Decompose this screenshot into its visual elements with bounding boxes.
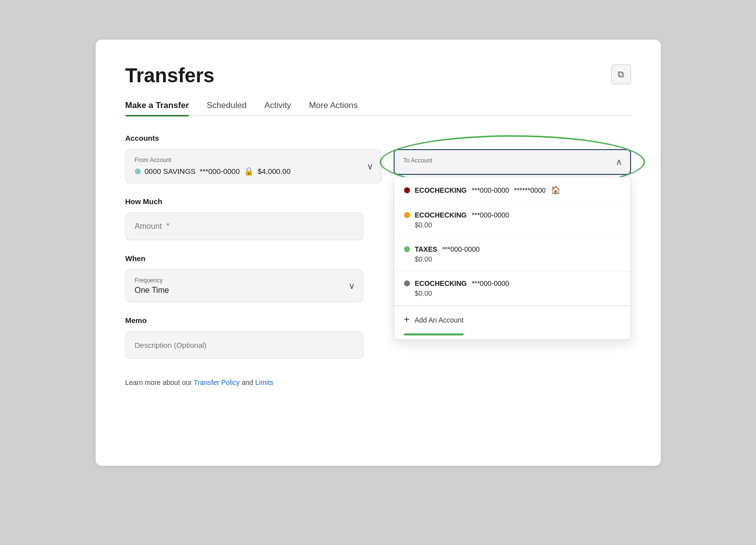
dropdown-item-3-name: TAXES bbox=[415, 245, 438, 253]
dropdown-item-2-name: ECOCHECKING bbox=[415, 211, 467, 219]
dropdown-item-3[interactable]: TAXES ***000-0000 $0.00 bbox=[394, 237, 631, 272]
copy-icon: ⧉ bbox=[618, 69, 624, 80]
dropdown-scroll-area[interactable]: ECOCHECKING ***000-0000 ******0000 🏠 ECO… bbox=[394, 177, 631, 306]
tab-more-actions[interactable]: More Actions bbox=[309, 101, 357, 115]
from-account-chevron-down-icon: ∨ bbox=[367, 161, 373, 172]
dropdown-item-1[interactable]: ECOCHECKING ***000-0000 ******0000 🏠 bbox=[394, 177, 631, 203]
amount-input[interactable] bbox=[125, 213, 363, 240]
from-account-balance: $4,000.00 bbox=[258, 167, 291, 175]
from-account-value: 0000 SAVINGS ***000-0000 🔒 $4,000.00 bbox=[135, 166, 372, 176]
footer-text-middle: and bbox=[242, 379, 255, 386]
tab-scheduled[interactable]: Scheduled bbox=[207, 101, 246, 115]
footer: Learn more about our Transfer Policy and… bbox=[125, 379, 631, 386]
dropdown-item-1-name: ECOCHECKING bbox=[415, 186, 467, 194]
from-account-field[interactable]: From Account 0000 SAVINGS ***000-0000 🔒 … bbox=[125, 149, 382, 183]
dropdown-dot-3 bbox=[404, 246, 410, 252]
transfers-card: Transfers ⧉ Make a Transfer Scheduled Ac… bbox=[96, 40, 661, 466]
dropdown-item-2-balance: $0.00 bbox=[415, 221, 621, 229]
dropdown-item-4-number: ***000-0000 bbox=[472, 279, 510, 287]
to-account-wrapper: To Account ∧ ECOCHECKING ***000-0000 bbox=[394, 149, 631, 175]
dropdown-item-4-balance: $0.00 bbox=[415, 289, 621, 297]
dropdown-dot-4 bbox=[404, 280, 410, 286]
dropdown-item-2-row: ECOCHECKING ***000-0000 bbox=[404, 211, 621, 219]
tab-activity[interactable]: Activity bbox=[264, 101, 291, 115]
from-account-label: From Account bbox=[135, 157, 372, 164]
from-account-name: 0000 SAVINGS bbox=[145, 167, 196, 175]
footer-text-before: Learn more about our bbox=[125, 379, 194, 386]
add-account-label: Add An Account bbox=[414, 316, 464, 324]
home-icon-1: 🏠 bbox=[551, 185, 561, 195]
description-input[interactable] bbox=[125, 331, 363, 359]
dropdown-item-4-name: ECOCHECKING bbox=[415, 279, 467, 287]
dropdown-dot-2 bbox=[404, 212, 410, 218]
accounts-row: From Account 0000 SAVINGS ***000-0000 🔒 … bbox=[125, 149, 631, 183]
frequency-field[interactable]: Frequency One Time ∨ bbox=[125, 270, 363, 302]
add-account-icon: + bbox=[404, 314, 410, 326]
add-account-row[interactable]: + Add An Account bbox=[394, 306, 631, 333]
copy-icon-button[interactable]: ⧉ bbox=[611, 64, 631, 84]
frequency-value: One Time bbox=[135, 286, 354, 295]
to-account-chevron-up-icon: ∧ bbox=[616, 157, 622, 167]
dropdown-item-1-number1: ***000-0000 bbox=[472, 186, 510, 194]
accounts-label: Accounts bbox=[125, 134, 631, 142]
dropdown-item-3-row: TAXES ***000-0000 bbox=[404, 245, 621, 253]
page-title: Transfers bbox=[125, 64, 631, 87]
dropdown-item-3-number: ***000-0000 bbox=[442, 245, 480, 253]
protected-icon: 🔒 bbox=[244, 166, 254, 176]
dropdown-item-2[interactable]: ECOCHECKING ***000-0000 $0.00 bbox=[394, 203, 631, 237]
tabs-nav: Make a Transfer Scheduled Activity More … bbox=[125, 101, 631, 116]
dropdown-item-1-number2: ******0000 bbox=[514, 186, 546, 194]
dropdown-item-3-balance: $0.00 bbox=[415, 255, 621, 263]
transfer-policy-link[interactable]: Transfer Policy bbox=[194, 379, 240, 386]
from-account-dot bbox=[135, 168, 141, 174]
dropdown-item-4[interactable]: ECOCHECKING ***000-0000 $0.00 bbox=[394, 272, 631, 306]
to-account-label: To Account bbox=[404, 157, 621, 164]
dropdown-item-1-row: ECOCHECKING ***000-0000 ******0000 🏠 bbox=[404, 185, 621, 195]
accounts-section: Accounts From Account 0000 SAVINGS ***00… bbox=[125, 134, 631, 183]
from-account-number: ***000-0000 bbox=[200, 167, 240, 175]
frequency-label: Frequency bbox=[135, 277, 354, 284]
dropdown-item-4-row: ECOCHECKING ***000-0000 bbox=[404, 279, 621, 287]
to-account-dropdown: ECOCHECKING ***000-0000 ******0000 🏠 ECO… bbox=[394, 177, 631, 340]
tab-make-transfer[interactable]: Make a Transfer bbox=[125, 101, 189, 115]
dropdown-item-2-number: ***000-0000 bbox=[472, 211, 510, 219]
to-account-field[interactable]: To Account ∧ bbox=[394, 149, 631, 175]
frequency-chevron-down-icon: ∨ bbox=[349, 280, 355, 291]
dropdown-dot-1 bbox=[404, 187, 410, 193]
limits-link[interactable]: Limits bbox=[255, 379, 274, 386]
